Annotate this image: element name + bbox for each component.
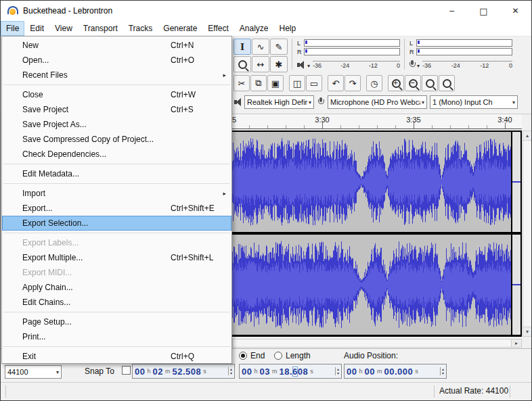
- paste-button[interactable]: ▣: [267, 75, 284, 91]
- end-radio[interactable]: [239, 352, 247, 360]
- menu-item-open[interactable]: Open...Ctrl+O: [2, 53, 231, 68]
- playback-meter[interactable]: L R ▾ -36-24-120: [297, 39, 400, 70]
- menu-item-export[interactable]: Export...Ctrl+Shift+E: [2, 201, 231, 216]
- output-device-select[interactable]: Realtek High Definit▾: [244, 95, 314, 109]
- start-minutes: 02: [152, 367, 162, 377]
- menu-edit[interactable]: Edit: [24, 21, 49, 36]
- cut-button[interactable]: ✂: [234, 75, 250, 91]
- trim-audio-button[interactable]: ◫: [289, 75, 305, 91]
- menu-item-edit-chains[interactable]: Edit Chains...: [2, 295, 231, 310]
- end-radio-label[interactable]: End: [250, 351, 265, 360]
- unit-h: h: [147, 368, 150, 375]
- minimize-button[interactable]: ─: [436, 1, 468, 21]
- menu-view[interactable]: View: [49, 21, 78, 36]
- magnifier-icon: [238, 60, 247, 69]
- menu-item-edit-metadata[interactable]: Edit Metadata...: [2, 166, 231, 181]
- multi-tool-icon: ✱: [275, 60, 283, 70]
- silence-audio-button[interactable]: ▭: [306, 75, 322, 91]
- trim-icon: ◫: [293, 78, 301, 89]
- selection-start-field[interactable]: 00h02m52.508s ▴▾: [132, 364, 235, 379]
- menu-item-import[interactable]: Import▸: [2, 186, 231, 201]
- waveform-unselected-left[interactable]: [512, 132, 520, 232]
- menu-item-save-project-as[interactable]: Save Project As...: [2, 117, 231, 132]
- waveform-unselected-right[interactable]: [512, 235, 520, 335]
- window-title: Buckethead - Lebrontron: [23, 6, 112, 16]
- spinner[interactable]: ▴▾: [228, 367, 232, 375]
- zoom-out-button[interactable]: −: [405, 75, 421, 91]
- maximize-button[interactable]: □: [468, 1, 500, 21]
- meter-channel-label: L: [297, 40, 304, 47]
- waveform-channel-left[interactable]: [232, 132, 511, 232]
- scroll-down-button[interactable]: ▾: [523, 327, 531, 336]
- spinner[interactable]: ▴▾: [335, 367, 339, 375]
- draw-tool-icon: ✎: [275, 42, 283, 52]
- selection-end-field[interactable]: 00h03m18.608s ▴▾: [239, 364, 342, 379]
- fit-selection-button[interactable]: [422, 75, 438, 91]
- scroll-right-button[interactable]: ▸: [511, 339, 521, 347]
- vertical-scrollbar[interactable]: ▴ ▾: [523, 131, 532, 337]
- menu-help[interactable]: Help: [274, 21, 302, 36]
- timeline-label: 3:40: [491, 116, 518, 124]
- menu-generate[interactable]: Generate: [158, 21, 202, 36]
- multi-tool-button[interactable]: ✱: [270, 56, 288, 72]
- chevron-down-icon[interactable]: ▾: [417, 63, 420, 69]
- timeline-label: 3:35: [400, 116, 427, 124]
- draw-tool-button[interactable]: ✎: [270, 39, 288, 55]
- audio-position-field[interactable]: 00h00m00.000s ▴▾: [344, 364, 447, 379]
- zoom-out-icon: −: [409, 79, 418, 88]
- sync-lock-button[interactable]: ◷: [366, 75, 382, 91]
- menu-item-recent-files[interactable]: Recent Files▸: [2, 68, 231, 82]
- menu-item-new[interactable]: NewCtrl+N: [2, 38, 231, 53]
- zoom-tool-button[interactable]: [234, 56, 251, 72]
- input-device-select[interactable]: Microphone (HD Pro Webcam C▾: [328, 95, 427, 109]
- submenu-arrow-icon: ▸: [223, 190, 226, 197]
- input-channels-select[interactable]: 1 (Mono) Input Ch▾: [430, 95, 518, 109]
- chevron-down-icon[interactable]: ▾: [307, 63, 310, 69]
- close-button[interactable]: ✕: [500, 1, 531, 21]
- unit-m: m: [165, 368, 171, 375]
- silence-icon: ▭: [310, 78, 318, 89]
- envelope-tool-button[interactable]: ∿: [252, 39, 269, 55]
- menu-analyze[interactable]: Analyze: [234, 21, 274, 36]
- snap-to-checkbox[interactable]: [122, 366, 131, 375]
- menu-item-apply-chain[interactable]: Apply Chain...: [2, 280, 231, 295]
- selection-end-boundary[interactable]: [511, 131, 512, 337]
- menu-item-print[interactable]: Print...: [2, 329, 231, 344]
- length-radio-label[interactable]: Length: [286, 351, 311, 360]
- copy-button[interactable]: ⧉: [250, 75, 267, 91]
- redo-button[interactable]: ↷: [345, 75, 361, 91]
- menu-tracks[interactable]: Tracks: [123, 21, 158, 36]
- spinner-down-icon[interactable]: ▾: [442, 371, 444, 375]
- spinner[interactable]: ▴▾: [440, 367, 444, 375]
- menu-item-check-dependencies[interactable]: Check Dependencies...: [2, 147, 231, 162]
- spinner-down-icon[interactable]: ▾: [337, 371, 339, 375]
- menu-item-export-multiple[interactable]: Export Multiple...Ctrl+Shift+L: [2, 250, 231, 265]
- menu-item-save-project[interactable]: Save ProjectCtrl+S: [2, 102, 231, 117]
- menu-file[interactable]: File: [1, 21, 24, 36]
- menu-item-close[interactable]: CloseCtrl+W: [2, 87, 231, 102]
- menu-item-save-compressed-copy[interactable]: Save Compressed Copy of Project...: [2, 132, 231, 147]
- menu-item-exit[interactable]: ExitCtrl+Q: [2, 349, 231, 364]
- menu-transport[interactable]: Transport: [78, 21, 123, 36]
- undo-button[interactable]: ↶: [328, 75, 344, 91]
- project-rate-select[interactable]: 44100▾: [5, 365, 62, 379]
- menu-item-export-selection[interactable]: Export Selection...: [2, 216, 231, 231]
- output-device-icon: [234, 98, 243, 106]
- menu-item-page-setup[interactable]: Page Setup...: [2, 314, 231, 329]
- recording-meter[interactable]: L R ▾ -36-24-120: [409, 39, 512, 70]
- menu-effect[interactable]: Effect: [202, 21, 234, 36]
- unit-h: h: [254, 368, 257, 375]
- horizontal-scrollbar[interactable]: ▸: [232, 339, 522, 348]
- timeline-ruler[interactable]: 25 3:30 3:35 3:40: [232, 114, 522, 129]
- waveform-channel-right[interactable]: [232, 235, 511, 335]
- playback-meter-bar-left: [304, 39, 400, 47]
- selection-tool-button[interactable]: I: [234, 39, 251, 55]
- scroll-up-button[interactable]: ▴: [523, 131, 531, 141]
- length-radio[interactable]: [274, 352, 282, 360]
- spinner-down-icon[interactable]: ▾: [230, 371, 232, 375]
- menu-separator: [3, 183, 230, 184]
- timeshift-tool-button[interactable]: ↔: [252, 56, 269, 72]
- zoom-in-icon: +: [392, 79, 401, 88]
- zoom-in-button[interactable]: +: [388, 75, 404, 91]
- fit-project-button[interactable]: [439, 75, 455, 91]
